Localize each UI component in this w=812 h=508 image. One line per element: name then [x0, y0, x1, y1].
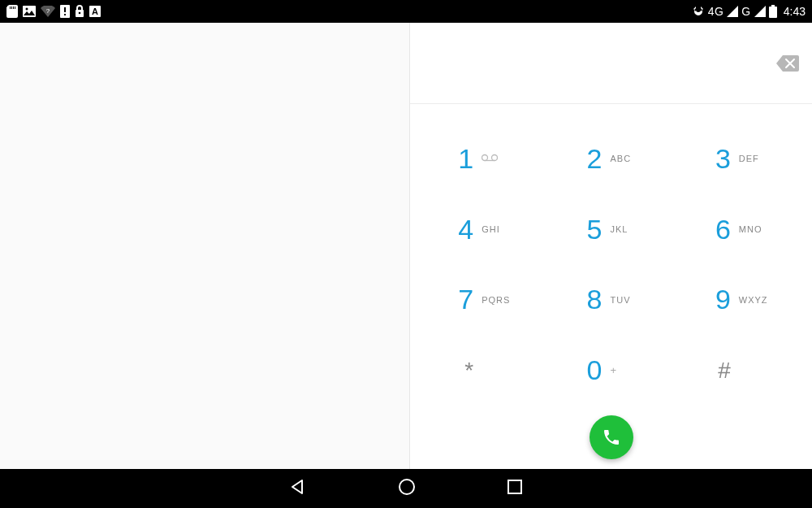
clock: 4:43	[784, 5, 806, 18]
main-content: 1 2ABC 3DEF 4GHI 5JKL 6MNO 7PQRS 8TUV 9W…	[0, 23, 812, 469]
svg-rect-17	[508, 480, 521, 493]
network-label-1: 4G	[708, 5, 724, 18]
backspace-button[interactable]	[776, 55, 799, 72]
data-sync-icon	[692, 5, 705, 18]
key-9[interactable]: 9WXYZ	[676, 265, 804, 336]
key-7[interactable]: 7PQRS	[418, 265, 546, 336]
wifi-question-icon: ?	[41, 6, 55, 17]
image-icon	[23, 6, 36, 17]
key-4[interactable]: 4GHI	[418, 194, 546, 265]
svg-text:A: A	[92, 7, 98, 16]
status-bar: ? A 4G G 4:43	[0, 0, 812, 23]
alert-icon	[60, 5, 70, 18]
sd-card-icon	[6, 5, 18, 18]
svg-rect-12	[769, 7, 777, 18]
key-2[interactable]: 2ABC	[546, 124, 675, 194]
key-8[interactable]: 8TUV	[546, 265, 675, 336]
svg-point-14	[492, 155, 498, 161]
lock-icon	[75, 5, 84, 18]
svg-rect-5	[64, 7, 66, 12]
text-icon: A	[89, 6, 101, 17]
key-6[interactable]: 6MNO	[676, 194, 804, 265]
status-left: ? A	[6, 5, 101, 18]
svg-point-16	[400, 480, 414, 494]
svg-point-2	[26, 8, 28, 11]
dial-input-row	[410, 23, 812, 104]
contacts-pane	[0, 23, 410, 469]
svg-rect-11	[771, 5, 775, 7]
key-3[interactable]: 3DEF	[676, 124, 804, 194]
nav-home-button[interactable]	[397, 477, 417, 500]
back-icon	[288, 477, 308, 497]
svg-rect-6	[64, 14, 66, 15]
svg-text:?: ?	[46, 7, 50, 15]
voicemail-icon	[482, 154, 511, 163]
phone-icon	[602, 428, 621, 447]
call-row	[410, 406, 812, 469]
home-icon	[397, 477, 417, 497]
nav-recent-button[interactable]	[506, 478, 524, 499]
key-5[interactable]: 5JKL	[546, 194, 675, 265]
key-pound[interactable]: #	[676, 335, 804, 406]
battery-icon	[769, 5, 777, 18]
svg-point-8	[79, 12, 81, 15]
keypad: 1 2ABC 3DEF 4GHI 5JKL 6MNO 7PQRS 8TUV 9W…	[410, 104, 812, 406]
key-0[interactable]: 0+	[546, 335, 675, 406]
svg-point-13	[482, 155, 488, 161]
key-1[interactable]: 1	[418, 124, 546, 194]
signal-icon-2	[754, 6, 766, 17]
navigation-bar	[0, 469, 812, 508]
recent-icon	[506, 478, 524, 496]
key-star[interactable]: *	[418, 335, 546, 406]
status-right: 4G G 4:43	[692, 5, 806, 18]
nav-back-button[interactable]	[288, 477, 308, 500]
call-button[interactable]	[590, 415, 633, 459]
network-label-2: G	[741, 5, 750, 18]
signal-icon-1	[727, 6, 738, 17]
dialer-pane: 1 2ABC 3DEF 4GHI 5JKL 6MNO 7PQRS 8TUV 9W…	[410, 23, 812, 469]
